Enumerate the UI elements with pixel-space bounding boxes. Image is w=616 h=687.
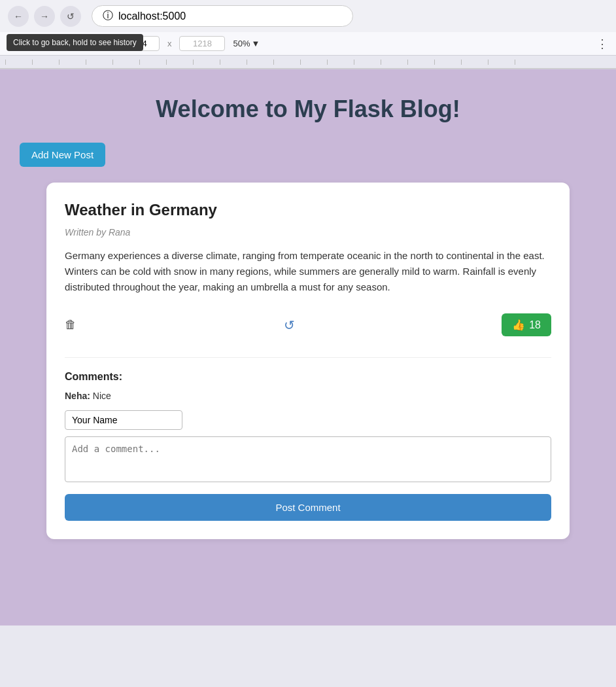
comments-section: Comments: Neha: Nice Post Comment [65,357,551,521]
undo-icon: ↺ [284,318,295,332]
thumbs-up-icon: 👍 [512,319,525,331]
ruler-tick [488,60,488,65]
post-comment-button[interactable]: Post Comment [65,494,551,521]
info-icon: ⓘ [103,9,113,23]
height-input[interactable] [179,36,225,51]
dimensions-x: x [167,39,172,48]
refresh-post-button[interactable]: ↺ [284,317,295,333]
zoom-value: 50% [233,39,250,48]
ruler-tick [354,60,354,65]
like-button[interactable]: 👍 18 [502,313,551,336]
trash-icon: 🗑 [65,318,77,331]
post-card: Weather in Germany Written by Rana Germa… [46,183,570,539]
ruler-tick [381,60,381,65]
ruler-tick [166,60,167,65]
page-wrapper: Welcome to My Flask Blog! Add New Post W… [0,69,616,625]
delete-button[interactable]: 🗑 [65,318,77,332]
ruler-tick [220,60,220,65]
comment-textarea[interactable] [65,436,551,482]
list-item: Neha: Nice [65,391,551,401]
comment-author: Neha: [65,391,90,401]
post-body: Germany experiences a diverse climate, r… [65,248,551,295]
comments-heading: Comments: [65,371,551,383]
back-tooltip: Click to go back, hold to see history [7,34,143,51]
add-post-button[interactable]: Add New Post [20,143,105,167]
ruler-tick [300,60,301,65]
post-author: Written by Rana [65,227,551,238]
url-bar: ⓘ localhost:5000 [92,5,353,27]
browser-chrome: ← → ↺ ⓘ localhost:5000 Click to go back,… [0,0,616,69]
back-button[interactable]: ← [8,6,29,27]
ruler-tick [327,60,328,65]
ruler-tick [32,60,33,65]
ruler-tick [515,60,515,65]
refresh-button[interactable]: ↺ [60,6,81,27]
name-input[interactable] [65,410,182,430]
ruler-tick [247,60,247,65]
ruler-tick [5,60,6,65]
post-actions: 🗑 ↺ 👍 18 [65,308,551,342]
comment-text: Nice [93,391,111,401]
ruler-tick [112,60,113,65]
ruler-tick [86,60,86,65]
ruler-tick [59,60,60,65]
zoom-dropdown[interactable]: 50% ▼ [233,39,260,48]
like-count: 18 [529,319,541,331]
url-text: localhost:5000 [118,10,186,22]
ruler-tick [461,60,462,65]
post-title: Weather in Germany [65,201,551,219]
page-title: Welcome to My Flask Blog! [20,96,596,123]
ruler-tick [139,60,140,65]
more-options-icon[interactable]: ⋮ [596,37,608,51]
ruler-tick [273,60,274,65]
forward-button[interactable]: → [34,6,55,27]
ruler-tick [193,60,194,65]
zoom-chevron-icon: ▼ [251,39,260,48]
ruler-tick [434,60,435,65]
ruler-tick [407,60,408,65]
nav-bar: ← → ↺ ⓘ localhost:5000 Click to go back,… [0,0,616,32]
ruler-area [0,56,616,69]
